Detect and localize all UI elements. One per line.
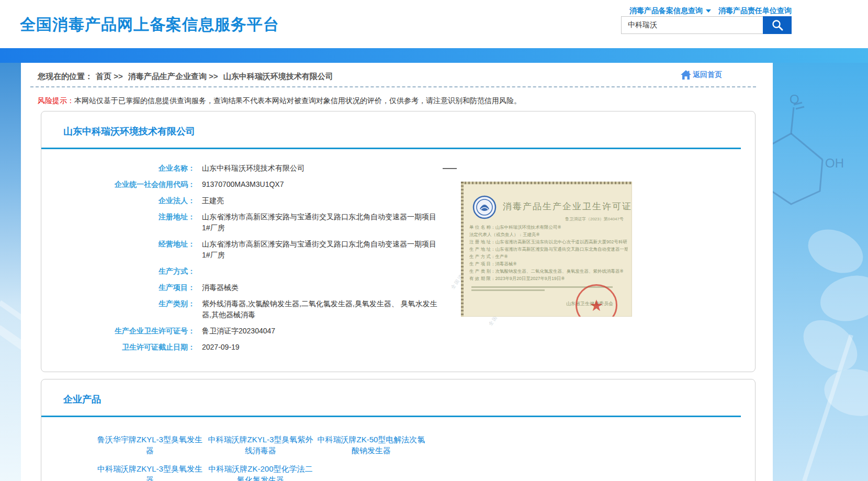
risk-label: 风险提示： [38,96,74,105]
products-panel: 企业产品 鲁沃华宇牌ZKYL-3型臭氧发生器 中科瑞沃牌ZKYL-3型臭氧紫外线… [41,379,756,481]
certificate-red-stamp: ★ [576,284,617,317]
field-row-license-number: 生产企业卫生许可证号： 鲁卫消证字202304047 [41,326,755,337]
svg-text:O: O [790,92,799,106]
company-panel-title: 山东中科瑞沃环境技术有限公司 [41,111,755,137]
main-content: 您现在的位置：首页 >> 消毒产品生产企业查询 >> 山东中科瑞沃环境技术有限公… [21,63,773,481]
field-row-enterprise-name: 企业名称： 山东中科瑞沃环境技术有限公司 [41,163,755,174]
svg-text:OH: OH [825,156,844,170]
cert-line: 有 效 期 限：2023年9月20日至2027年9月19日※ [469,275,628,282]
certificate-number: 鲁卫消证字（2023）第04047号 [565,216,624,222]
product-link[interactable]: 中科瑞沃牌ZKYL-3型臭氧发生器 [96,463,204,481]
field-row-license-expiry: 卫生许可证截止日期： 2027-09-19 [41,342,755,353]
scan-artifact-line [443,168,457,169]
cert-line: 法定代表人（或负责人）：王建亮※ [469,231,628,238]
product-link[interactable]: 中科瑞沃牌ZK-200型化学法二氧化氯发生器 [206,463,314,481]
field-row-production-category: 生产类别： 紫外线消毒器,次氯酸钠发生器,二氧化氯发生器,臭氧发生器、 臭氧水发… [41,298,755,320]
left-background-decor [0,63,21,481]
breadcrumb-separator: >> [209,72,218,81]
field-row-production-project: 生产项目： 消毒器械类 [41,282,755,293]
cert-line: 生 产 地 址：山东省潍坊市高新区潍安路与宝通街交叉路口东北角自动变速器一期项目… [469,245,628,253]
nav-link-responsible-unit-query[interactable]: 消毒产品责任单位查询 [718,6,792,16]
certificate-body-text: 单 位 名 称：山东中科瑞沃环境技术有限公司※ 法定代表人（或负责人）：王建亮※… [469,223,628,282]
home-icon [680,70,692,80]
breadcrumb-section-link[interactable]: 消毒产品生产企业查询 [128,72,207,81]
health-emblem-icon [472,195,497,219]
certificate-border-decor [461,182,632,184]
site-title: 全国消毒产品网上备案信息服务平台 [20,14,279,36]
product-link[interactable]: 鲁沃华宇牌ZKYL-3型臭氧发生器 [96,434,204,456]
header-band [0,48,868,63]
top-nav: 消毒产品备案信息查询 消毒产品责任单位查询 [629,6,792,16]
company-fields: 企业名称： 山东中科瑞沃环境技术有限公司 企业统一社会信用代码： 9137070… [41,149,755,372]
certificate-fineprint-decor [471,289,545,291]
cert-line: 单 位 名 称：山东中科瑞沃环境技术有限公司※ [469,223,628,231]
molecule-flower-decor-graphic: O OH [773,63,868,481]
field-row-registered-address: 注册地址： 山东省潍坊市高新区潍安路与宝通街交叉路口东北角自动变速器一期项目1#… [41,211,755,233]
breadcrumb: 您现在的位置：首页 >> 消毒产品生产企业查询 >> 山东中科瑞沃环境技术有限公… [21,63,773,82]
products-list: 鲁沃华宇牌ZKYL-3型臭氧发生器 中科瑞沃牌ZKYL-3型臭氧紫外线消毒器 中… [41,417,533,481]
breadcrumb-prefix: 您现在的位置： [38,72,93,81]
breadcrumb-separator: >> [114,72,123,81]
search-bar [621,16,792,34]
field-row-business-address: 经营地址： 山东省潍坊市高新区潍安路与宝通街交叉路口东北角自动变速器一期项目1#… [41,239,755,261]
caret-down-icon [706,9,711,13]
field-row-legal-person: 企业法人： 王建亮 [41,195,755,206]
search-icon [771,19,784,31]
product-link[interactable]: 中科瑞沃牌ZK-50型电解法次氯酸钠发生器 [317,434,425,456]
certificate-title: 消毒产品生产企业卫生许可证 [503,200,632,212]
right-background-decor: O OH [773,63,868,481]
page-header: 全国消毒产品网上备案信息服务平台 消毒产品备案信息查询 消毒产品责任单位查询 [0,0,868,48]
field-row-credit-code: 企业统一社会信用代码： 91370700MA3M3U1QX7 [41,179,755,190]
nav-link-filing-info-query[interactable]: 消毒产品备案信息查询 [629,6,711,16]
cert-line: 生 产 项 目：消毒器械※ [469,260,628,267]
dashed-divider [30,86,756,87]
risk-text: 本网站仅基于已掌握的信息提供查询服务，查询结果不代表本网站对被查询对象信用状况的… [74,96,521,105]
certificate-image: 消毒产品生产企业卫生许可证 鲁卫消证字（2023）第04047号 单 位 名 称… [461,182,632,317]
product-link[interactable]: 中科瑞沃牌ZKYL-3型臭氧紫外线消毒器 [206,434,314,456]
breadcrumb-home-link[interactable]: 首页 [96,72,111,81]
search-button[interactable] [763,16,792,34]
field-row-production-method: 生产方式： [41,266,755,277]
products-panel-title: 企业产品 [41,379,755,405]
search-input[interactable] [621,16,763,34]
company-panel: 山东中科瑞沃环境技术有限公司 企业名称： 山东中科瑞沃环境技术有限公司 企业统一… [41,111,756,372]
risk-notice: 风险提示：本网站仅基于已掌握的信息提供查询服务，查询结果不代表本网站对被查询对象… [38,95,757,106]
certificate-border-decor [461,182,464,317]
cert-line: 注 册 地 址：山东省潍坊高新区玉清东街以北中心次干道以西高新大厦902号科研 [469,238,628,245]
cert-line: 生 产 类 别：次氯酸钠发生器、二氧化氯发生器、臭氧发生器、紫外线消毒器※ [469,267,628,275]
breadcrumb-current: 山东中科瑞沃环境技术有限公司 [223,72,333,81]
back-home-link[interactable]: 返回首页 [680,70,722,80]
cert-line: 生 产 方 式：生产※ [469,253,628,260]
